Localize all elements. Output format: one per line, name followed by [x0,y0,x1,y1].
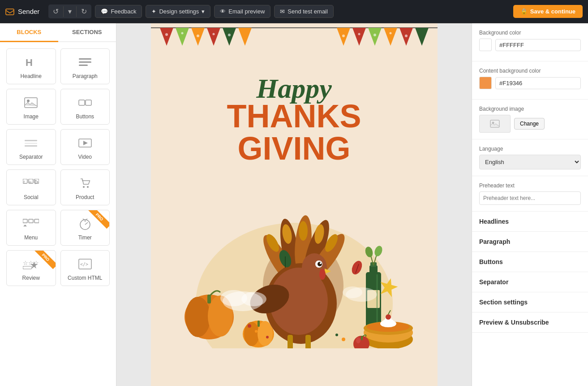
block-video[interactable]: Video [60,129,110,165]
bg-color-label: Background color [479,30,581,36]
preheader-section: Preheader text [472,176,588,212]
feedback-label: Feedback [111,8,136,15]
email-canvas: Happy THANKS GIVING [151,23,438,386]
svg-rect-9 [25,140,37,141]
video-label: Video [78,154,92,160]
svg-point-117 [356,337,361,343]
svg-text:☆☆☆: ☆☆☆ [23,260,39,266]
svg-rect-7 [79,100,85,105]
preview-unsubscribe-item[interactable]: Preview & Unsubscribe [472,312,588,333]
undo-button[interactable]: ↺ [48,4,63,18]
buttons-section-item[interactable]: Buttons [472,252,588,272]
svg-rect-2 [79,58,91,60]
sidebar-tabs: BLOCKS SECTIONS [0,23,116,42]
buttons-icon [78,95,92,110]
brand-icon [5,7,14,16]
email-preview-button[interactable]: 👁 Email preview [214,5,270,18]
paragraph-section-item[interactable]: Paragraph [472,232,588,252]
svg-point-123 [248,324,251,328]
svg-point-127 [266,336,269,338]
block-headline[interactable]: H Headline [6,48,56,84]
block-product[interactable]: Product [60,169,110,205]
tab-blocks[interactable]: BLOCKS [0,23,58,42]
svg-point-61 [185,297,210,337]
bg-color-input[interactable] [495,39,581,51]
language-label: Language [479,146,581,152]
timer-icon [78,217,92,231]
svg-rect-32 [23,266,32,269]
language-section: Language English Spanish French German I… [472,139,588,176]
tab-sections[interactable]: SECTIONS [58,23,116,42]
block-separator[interactable]: Separator [6,129,56,165]
svg-point-65 [244,322,259,346]
social-icon: f in [23,176,39,191]
block-menu[interactable]: Menu [6,210,56,246]
svg-text:H: H [26,57,33,68]
block-timer[interactable]: PRO Timer [60,210,110,246]
svg-point-86 [319,269,326,280]
paragraph-icon [78,55,92,69]
email-text-section: Happy THANKS GIVING [218,68,370,173]
svg-point-49 [165,33,168,36]
thanks-text: THANKS [227,100,361,132]
design-settings-icon: ✦ [151,8,156,15]
svg-marker-40 [207,28,220,46]
content-bg-color-swatch[interactable] [479,77,492,89]
save-continue-button[interactable]: 🔒 Save & continue [513,5,583,18]
timer-label: Timer [78,234,92,241]
content-bg-color-row [479,77,581,89]
image-icon [24,95,38,110]
design-settings-arrow: ▾ [202,8,205,15]
svg-point-124 [255,330,258,333]
bg-image-section: Background image Change [472,100,588,139]
send-test-email-button[interactable]: ✉ Send test email [274,5,334,18]
bg-color-swatch[interactable] [479,39,492,51]
svg-point-76 [299,221,308,241]
redo-button[interactable]: ↻ [77,4,91,18]
preheader-input[interactable] [479,191,581,205]
svg-point-20 [83,186,85,188]
svg-marker-48 [415,28,429,46]
paragraph-label: Paragraph [73,73,98,79]
block-social[interactable]: f in Social [6,169,56,205]
headline-label: Headline [21,73,42,79]
video-icon [78,136,92,150]
svg-marker-13 [83,141,88,145]
bunting-decoration [151,23,438,68]
toolbar: Sender ↺ ▾ ↻ 💬 Feedback ✦ Design setting… [0,0,588,23]
design-settings-button[interactable]: ✦ Design settings ▾ [146,5,210,18]
svg-marker-41 [223,28,236,46]
svg-line-30 [86,219,87,220]
design-settings-label: Design settings [159,8,199,15]
content-bg-color-input[interactable] [495,77,581,89]
feedback-button[interactable]: 💬 Feedback [95,5,142,18]
svg-rect-0 [6,9,14,15]
block-custom-html[interactable]: </> Custom HTML [60,250,110,286]
svg-rect-23 [29,219,33,223]
language-select[interactable]: English Spanish French German Italian [479,155,581,169]
block-review[interactable]: PRO ☆☆☆ Review [6,250,56,286]
paragraph-label: Paragraph [479,238,510,245]
svg-point-66 [258,321,273,346]
thanksgiving-scene [160,169,429,348]
svg-rect-10 [25,143,37,143]
right-panel: Background color Content background colo… [472,23,588,386]
undo-redo-group: ↺ ▾ ↻ [48,4,91,18]
change-btn-label: Change [520,121,539,127]
canvas-scroll[interactable]: Happy THANKS GIVING [116,23,472,386]
send-test-icon: ✉ [280,8,285,15]
separator-section-item[interactable]: Separator [472,272,588,292]
change-bg-image-button[interactable]: Change [514,118,545,130]
svg-point-50 [181,32,183,35]
svg-point-126 [342,338,345,341]
svg-point-130 [241,292,266,306]
svg-text:in: in [29,181,32,183]
headlines-section-item[interactable]: Headlines [472,212,588,232]
block-image[interactable]: Image [6,89,56,125]
send-test-label: Send test email [288,8,328,15]
block-buttons[interactable]: Buttons [60,89,110,125]
dropdown-button[interactable]: ▾ [64,4,76,18]
section-settings-item[interactable]: Section settings [472,292,588,312]
svg-point-21 [87,186,89,188]
block-paragraph[interactable]: Paragraph [60,48,110,84]
